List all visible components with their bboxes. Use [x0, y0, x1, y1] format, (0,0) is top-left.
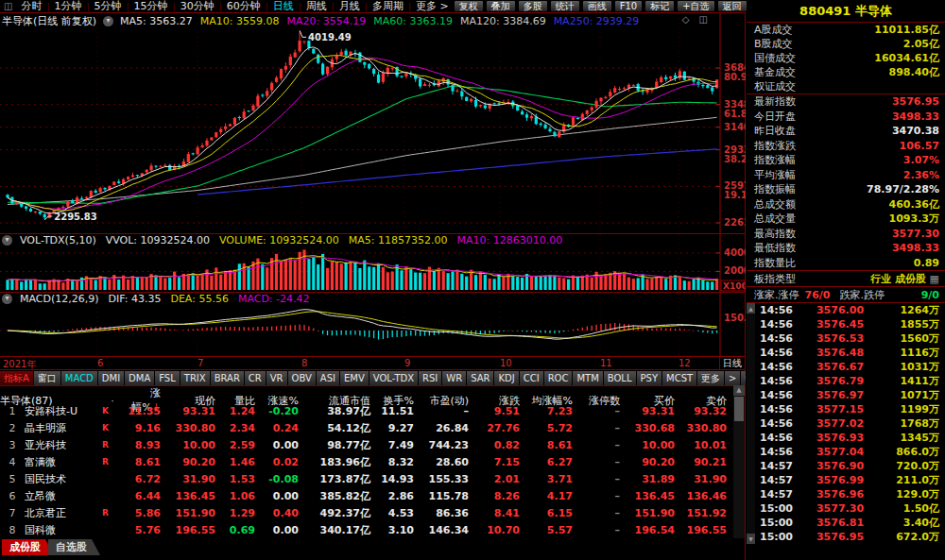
indicator-button-MTM[interactable]: MTM — [573, 371, 603, 385]
indicator-button-TRIX[interactable]: TRIX — [180, 371, 211, 385]
indicator-button-MACD[interactable]: MACD — [61, 371, 98, 385]
table-row-国科微[interactable]: 8国科微5.76196.550.690.00340.17亿3.10146.341… — [0, 521, 734, 538]
period-tab-多周期[interactable]: 多周期 — [368, 0, 408, 12]
bottom-tab-成份股[interactable]: 成份股 — [2, 539, 54, 555]
scroll-down-icon[interactable]: ▼ — [747, 534, 755, 544]
quote-panel: 880491 半导体 A股成交11011.85亿B股成交2.05亿国债成交160… — [747, 0, 945, 560]
window-icon[interactable]: ◫ — [4, 0, 12, 13]
indicator-button-更多[interactable]: 更多 — [697, 371, 725, 385]
action-button-统计[interactable]: 统计 — [550, 0, 580, 12]
tick-row: 15:003576.95672.0万 — [747, 530, 945, 544]
grid-icon[interactable]: ▦ — [930, 273, 939, 285]
indicator-button-指标B[interactable]: 指标B — [741, 371, 746, 385]
scroll-up-icon[interactable]: ▲ — [733, 385, 745, 396]
table-row-立昂微[interactable]: 6立昂微6.44136.451.060.00385.82亿2.86115.788… — [0, 487, 734, 504]
bottom-tab-自选股[interactable]: 自选股 — [48, 539, 100, 555]
indicator-button-ROC[interactable]: ROC — [544, 371, 574, 385]
scrollbar-thumb[interactable] — [734, 397, 744, 421]
mini-window-icon[interactable]: ◫ — [699, 14, 708, 25]
indicator-button-FSL[interactable]: FSL — [155, 371, 180, 385]
indicator-button-ASI[interactable]: ASI — [317, 371, 340, 385]
indicator-button-WR[interactable]: WR — [442, 371, 467, 385]
indicator-button-DMI[interactable]: DMI — [98, 371, 125, 385]
indicator-button-指标A[interactable]: 指标A — [0, 371, 34, 385]
chevron-down-icon[interactable]: ▾ — [103, 16, 113, 26]
time-axis[interactable]: 2021年 6789101112 日线 — [0, 356, 746, 369]
action-button-画线[interactable]: 画线 — [582, 0, 612, 12]
table-row-晶丰明源[interactable]: 2晶丰明源K9.16330.802.340.2454.12亿9.2726.842… — [0, 419, 734, 436]
indicator-button-VOL-TDX[interactable]: VOL-TDX — [369, 371, 419, 385]
tick-volume: 1031万 — [881, 360, 939, 374]
period-tab-分时[interactable]: 分时 — [16, 0, 46, 12]
period-tab-5分钟[interactable]: 5分钟 — [90, 0, 127, 12]
chevron-down-icon[interactable]: ▾ — [2, 294, 12, 304]
cell-现价: 31.90 — [168, 473, 223, 485]
stock-name: 国科微 — [25, 523, 102, 537]
action-button-+自选[interactable]: +自选 — [677, 0, 714, 12]
indicator-button-PSY[interactable]: PSY — [637, 371, 663, 385]
table-row-北京君正[interactable]: 7北京君正R5.86151.901.290.40492.37亿4.5386.36… — [0, 504, 734, 521]
volume-pane[interactable]: ▾ VOL-TDX(5,10)VVOL: 10932524.00VOLUME: … — [0, 233, 746, 292]
indicator-button-MCST[interactable]: MCST — [662, 371, 697, 385]
cell-流通市值: 340.17亿 — [306, 523, 378, 537]
indicator-button-BRAR[interactable]: BRAR — [211, 371, 245, 385]
tick-list[interactable]: ▲ ▼ 14:563576.001264万14:563576.451855万14… — [747, 303, 945, 544]
board-type-row[interactable]: 板指类型 行业 成份股 ▦ — [747, 270, 945, 287]
stock-table-header[interactable]: 半导体(87)·涨幅%↓现价量比涨速%流通市值换手%市盈(动)涨跌均涨幅%涨停数… — [0, 385, 734, 402]
period-tab-1分钟[interactable]: 1分钟 — [50, 0, 87, 12]
period-tab-周线[interactable]: 周线 — [301, 0, 332, 12]
table-row-富满微[interactable]: 4富满微R8.6190.201.460.02183.96亿8.3228.607.… — [0, 453, 734, 470]
table-row-亚光科技[interactable]: 3亚光科技R8.9310.002.590.0098.77亿7.49744.230… — [0, 436, 734, 453]
indicator-button-OBV[interactable]: OBV — [288, 371, 317, 385]
period-tab-30分钟[interactable]: 30分钟 — [176, 0, 219, 12]
action-button-多股[interactable]: 多股 — [518, 0, 548, 12]
indicator-button-DMA[interactable]: DMA — [125, 371, 155, 385]
bottom-tabs: 成份股自选股 — [2, 539, 94, 555]
macd-pane[interactable]: ▾ MACD(12,26,9)DIF: 43.35DEA: 55.56MACD:… — [0, 292, 746, 356]
stat-row-B股成交: B股成交2.05亿 — [747, 37, 945, 51]
indicator-button-RSI[interactable]: RSI — [419, 371, 442, 385]
action-button-F10[interactable]: F10 — [614, 0, 643, 12]
tick-time: 14:56 — [760, 318, 799, 331]
indicator-button-VR[interactable]: VR — [266, 371, 288, 385]
indicator-button-SAR[interactable]: SAR — [467, 371, 494, 385]
cell-涨速%: -0.08 — [263, 473, 306, 485]
stat-value: 0.89 — [914, 257, 939, 269]
cell-换手%: 11.51 — [378, 405, 421, 417]
indicator-button->[interactable]: > — [725, 371, 741, 385]
candlestick-pane[interactable]: 半导体(日线 前复权) ▾ MA5: 3563.27MA10: 3559.08M… — [0, 13, 746, 233]
cell-均涨幅%: 3.71 — [527, 473, 580, 485]
period-tab-月线[interactable]: 月线 — [335, 0, 365, 12]
diamond-icon[interactable]: ◇ — [682, 14, 690, 25]
indicator-button-CR[interactable]: CR — [245, 371, 266, 385]
table-row-国民技术[interactable]: 5国民技术6.7231.901.53-0.08173.87亿14.93155.3… — [0, 470, 734, 487]
tick-time: 14:57 — [760, 488, 799, 501]
indicator-button-BOLL[interactable]: BOLL — [604, 371, 637, 385]
action-button-叠加[interactable]: 叠加 — [486, 0, 516, 12]
tick-scrollbar[interactable]: ▲ ▼ — [747, 303, 755, 544]
action-button-复权[interactable]: 复权 — [454, 0, 484, 12]
cell-流通市值: 54.12亿 — [306, 421, 378, 435]
symbol-code: 880491 — [799, 4, 850, 18]
scroll-up-icon[interactable]: ▲ — [747, 303, 755, 314]
period-tab-15分钟[interactable]: 15分钟 — [129, 0, 173, 12]
cell-量比: 1.53 — [223, 473, 263, 485]
period-tab-更多 >[interactable]: 更多 > — [411, 0, 454, 12]
cell-涨速%: 0.40 — [263, 507, 306, 519]
table-row-安路科技-U[interactable]: 1安路科技-UK11.3593.311.24-0.2038.97亿11.51–9… — [0, 402, 734, 419]
indicator-button-EMV[interactable]: EMV — [340, 371, 369, 385]
indicator-button-窗口[interactable]: 窗口 — [34, 371, 61, 385]
symbol-header: 880491 半导体 — [747, 0, 945, 23]
stat-row-国债成交: 国债成交16034.61亿 — [747, 51, 945, 65]
action-button-标记[interactable]: 标记 — [644, 0, 675, 12]
indicator-button-KDJ[interactable]: KDJ — [494, 371, 519, 385]
period-tab-60分钟[interactable]: 60分钟 — [222, 0, 266, 12]
indicator-button-CCI[interactable]: CCI — [520, 371, 544, 385]
action-button-返回[interactable]: 返回 — [717, 0, 747, 12]
candlestick-chart[interactable]: 368480.9%334861.8%3140293338.2%259719.1%… — [0, 13, 746, 233]
table-scrollbar[interactable]: ▲ — [733, 385, 745, 538]
chevron-down-icon[interactable]: ▾ — [2, 235, 12, 246]
tick-volume: 1199万 — [881, 402, 939, 416]
period-tab-日线[interactable]: 日线 — [268, 0, 299, 12]
cell-现价: 136.45 — [168, 490, 223, 502]
